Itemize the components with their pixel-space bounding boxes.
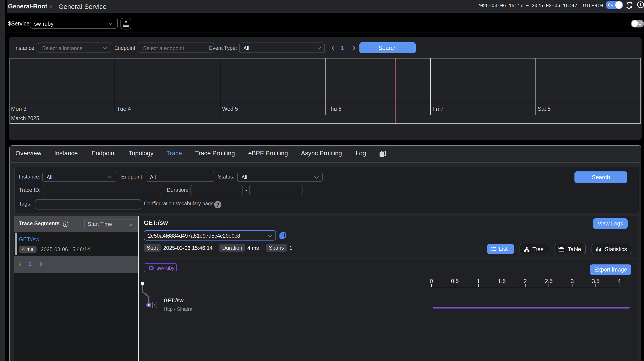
svg-text:0: 0 (430, 278, 433, 284)
svg-text:1.5: 1.5 (498, 278, 506, 284)
svg-text:3: 3 (571, 278, 574, 284)
svg-text:3.5: 3.5 (592, 278, 600, 284)
svg-text:0.5: 0.5 (451, 278, 459, 284)
svg-text:2: 2 (524, 278, 527, 284)
svg-text:1: 1 (477, 278, 480, 284)
svg-text:2.5: 2.5 (545, 278, 553, 284)
svg-text:4: 4 (618, 278, 621, 284)
